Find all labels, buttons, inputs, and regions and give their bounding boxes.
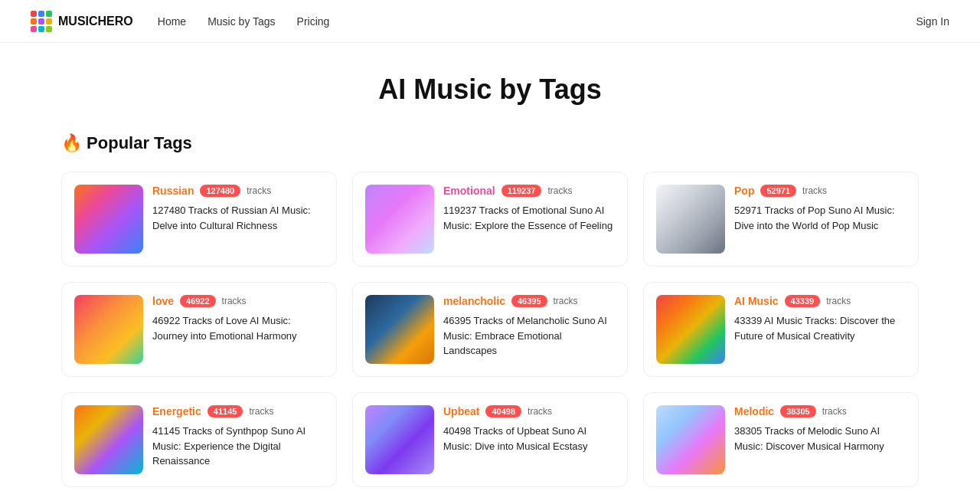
tag-tracks-label: tracks [547,185,572,196]
tag-description: 119237 Tracks of Emotional Suno AI Music… [443,203,615,233]
tag-tracks-label: tracks [528,406,552,417]
tag-count-badge: 46922 [180,295,216,307]
tag-name: Pop [734,185,754,197]
tag-info: Melodic 38305 tracks 38305 Tracks of Mel… [734,405,906,454]
tag-tracks-label: tracks [826,296,851,306]
page-content: AI Music by Tags 🔥 Popular Tags Russian … [46,43,934,501]
tag-name: Upbeat [443,405,479,418]
tag-info: love 46922 tracks 46922 Tracks of Love A… [152,295,324,343]
tag-thumbnail [656,405,725,474]
nav-music-by-tags[interactable]: Music by Tags [207,15,275,28]
tag-card[interactable]: AI Music 43339 tracks 43339 AI Music Tra… [643,282,919,377]
tag-card[interactable]: melancholic 46395 tracks 46395 Tracks of… [352,282,628,377]
tag-name: Russian [152,185,194,197]
sign-in-button[interactable]: Sign In [916,15,949,28]
tag-description: 41145 Tracks of Synthpop Suno AI Music: … [152,424,324,469]
page-title: AI Music by Tags [61,74,919,106]
tag-info: Emotional 119237 tracks 119237 Tracks of… [443,185,615,233]
tag-card[interactable]: Melodic 38305 tracks 38305 Tracks of Mel… [643,392,919,487]
tag-count-badge: 52971 [760,185,796,197]
tag-description: 52971 Tracks of Pop Suno AI Music: Dive … [734,203,906,233]
tag-count-badge: 40498 [485,405,521,418]
tag-card[interactable]: love 46922 tracks 46922 Tracks of Love A… [61,282,337,377]
navbar: MUSICHERO Home Music by Tags Pricing Sig… [0,0,980,43]
tag-thumbnail [656,185,725,254]
tag-card[interactable]: Upbeat 40498 tracks 40498 Tracks of Upbe… [352,392,628,487]
tag-count-badge: 41145 [207,405,243,418]
tag-info: Russian 127480 tracks 127480 Tracks of R… [152,185,324,233]
nav-links: Home Music by Tags Pricing [158,15,916,28]
tag-header: Upbeat 40498 tracks [443,405,615,418]
tag-thumbnail [74,295,143,364]
tag-info: melancholic 46395 tracks 46395 Tracks of… [443,295,615,359]
tag-header: Pop 52971 tracks [734,185,906,197]
tag-count-badge: 43339 [785,295,821,307]
tag-thumbnail [74,185,143,254]
tag-description: 40498 Tracks of Upbeat Suno AI Music: Di… [443,424,615,454]
tag-thumbnail [656,295,725,364]
tag-thumbnail [365,295,434,364]
logo-link[interactable]: MUSICHERO [31,11,133,32]
tag-tracks-label: tracks [554,296,578,306]
tag-count-badge: 46395 [511,295,547,307]
tag-description: 46922 Tracks of Love AI Music: Journey i… [152,313,324,343]
tag-name: AI Music [734,295,779,307]
tag-description: 38305 Tracks of Melodic Suno AI Music: D… [734,424,906,454]
tag-name: Energetic [152,405,201,418]
tag-card[interactable]: Russian 127480 tracks 127480 Tracks of R… [61,172,337,267]
tag-description: 46395 Tracks of Melancholic Suno AI Musi… [443,313,615,359]
tag-header: Melodic 38305 tracks [734,405,906,418]
tag-name: melancholic [443,295,505,307]
nav-pricing[interactable]: Pricing [297,15,330,28]
tag-header: Energetic 41145 tracks [152,405,324,418]
tag-card[interactable]: Energetic 41145 tracks 41145 Tracks of S… [61,392,337,487]
tag-info: Upbeat 40498 tracks 40498 Tracks of Upbe… [443,405,615,454]
tag-tracks-label: tracks [822,406,847,417]
tag-thumbnail [74,405,143,474]
tag-info: Pop 52971 tracks 52971 Tracks of Pop Sun… [734,185,906,233]
tag-name: Emotional [443,185,495,197]
tag-card[interactable]: Pop 52971 tracks 52971 Tracks of Pop Sun… [643,172,919,267]
logo-text: MUSICHERO [58,15,133,28]
tag-header: Russian 127480 tracks [152,185,324,197]
tag-info: Energetic 41145 tracks 41145 Tracks of S… [152,405,324,469]
section-title: 🔥 Popular Tags [61,133,919,153]
tag-tracks-label: tracks [247,185,271,196]
tag-tracks-label: tracks [802,185,827,196]
tag-name: love [152,295,174,307]
tag-description: 127480 Tracks of Russian AI Music: Delve… [152,203,324,233]
tag-header: love 46922 tracks [152,295,324,307]
tag-header: melancholic 46395 tracks [443,295,615,307]
tag-count-badge: 127480 [200,185,240,197]
tag-thumbnail [365,185,434,254]
tags-grid: Russian 127480 tracks 127480 Tracks of R… [61,172,919,501]
tag-card[interactable]: Emotional 119237 tracks 119237 Tracks of… [352,172,628,267]
tag-count-badge: 119237 [501,185,542,197]
tag-header: AI Music 43339 tracks [734,295,906,307]
logo-icon [31,11,52,32]
tag-info: AI Music 43339 tracks 43339 AI Music Tra… [734,295,906,343]
nav-home[interactable]: Home [158,15,186,28]
tag-header: Emotional 119237 tracks [443,185,615,197]
tag-name: Melodic [734,405,774,418]
tag-count-badge: 38305 [780,405,816,418]
tag-description: 43339 AI Music Tracks: Discover the Futu… [734,313,906,343]
tag-thumbnail [365,405,434,474]
tag-tracks-label: tracks [222,296,247,306]
tag-tracks-label: tracks [249,406,273,417]
